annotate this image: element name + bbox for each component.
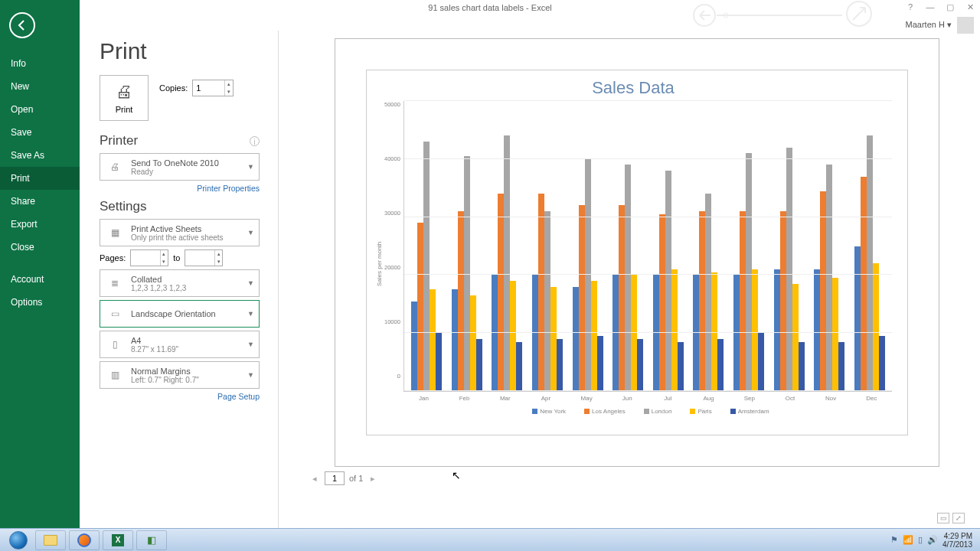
chart-frame: Sales Data Sales per month 5000040000300… [366,70,908,435]
spin-up-icon[interactable]: ▴ [225,80,233,88]
settings-heading: Settings [100,199,260,214]
page-title: Print [100,38,260,64]
prev-page-button[interactable]: ◂ [309,474,320,484]
orientation-select[interactable]: ▭ Landscape Orientation ▼ [100,300,260,328]
sidebar-item-saveas[interactable]: Save As [0,144,80,167]
page-of-label: of 1 [349,474,363,483]
printer-properties-link[interactable]: Printer Properties [197,184,260,193]
printer-status: Ready [131,168,241,176]
bar [619,205,625,391]
taskbar-explorer[interactable] [35,530,66,550]
bar [430,289,436,391]
collate-select[interactable]: ≣ Collated 1,2,3 1,2,3 1,2,3 ▼ [100,269,260,297]
bar-group [488,101,527,391]
bar [780,211,786,391]
minimize-icon[interactable]: — [920,0,940,14]
spin-down-icon[interactable]: ▾ [225,88,233,96]
y-axis-ticks: 50000400003000020000100000 [384,101,403,392]
sidebar-item-export[interactable]: Export [0,213,80,236]
margins-select[interactable]: ▥ Normal Margins Left: 0.7" Right: 0.7" … [100,361,260,389]
tray-sound-icon[interactable]: 🔊 [927,535,938,545]
bar [774,269,780,391]
sidebar-item-account[interactable]: Account [0,268,80,291]
bar [693,275,699,391]
bar [579,205,585,391]
bar [861,177,867,391]
bar [792,284,799,391]
collate-icon: ≣ [105,273,125,293]
printer-select[interactable]: 🖨 Send To OneNote 2010 Ready ▼ [100,153,260,181]
taskbar-app[interactable]: ◧ [136,530,167,550]
page-setup-link[interactable]: Page Setup [217,392,260,401]
restore-icon[interactable]: ▢ [940,0,960,14]
tray-battery-icon[interactable]: ▯ [918,535,923,545]
sidebar-item-print[interactable]: Print [0,167,80,190]
back-arrow-icon [16,19,28,31]
titlebar: 91 sales chart data labels - Excel ? — ▢… [0,0,980,15]
sidebar-item-new[interactable]: New [0,75,80,98]
sidebar-item-close[interactable]: Close [0,236,80,259]
bar [498,194,504,391]
back-button[interactable] [9,12,35,38]
bar-group [447,101,486,391]
bar [423,142,430,391]
landscape-icon: ▭ [105,304,125,324]
taskbar-excel[interactable]: X [103,530,133,550]
fit-page-icon[interactable]: ▭ [937,513,949,523]
bar-group [850,101,889,391]
copies-spinner[interactable]: ▴▾ [192,80,234,96]
bar [436,333,442,391]
next-page-button[interactable]: ▸ [368,474,378,484]
taskbar: X ◧ ⚑ 📶 ▯ 🔊 4:29 PM 4/7/2013 [0,528,980,551]
firefox-icon [77,533,91,547]
chevron-down-icon: ▼ [247,371,254,379]
pages-to-input[interactable]: ▴▾ [185,249,223,266]
printer-info-icon[interactable]: i [250,136,260,146]
bar [814,269,820,391]
tray-flag-icon[interactable]: ⚑ [890,535,898,545]
bar [538,194,544,391]
taskbar-firefox[interactable] [69,530,100,550]
close-icon[interactable]: ✕ [960,0,980,14]
bar-group [568,101,607,391]
bar-group [689,101,728,391]
help-icon[interactable]: ? [900,0,920,14]
bar [417,223,423,391]
bar-group [769,101,808,391]
chevron-down-icon: ▼ [247,163,254,171]
taskbar-clock[interactable]: 4:29 PM 4/7/2013 [942,532,975,549]
copies-input[interactable] [193,80,224,96]
current-page-input[interactable] [325,471,345,485]
bar-group [810,101,849,391]
bar [458,211,464,391]
zoom-icon[interactable]: ⤢ [952,513,965,523]
window-title: 91 sales chart data labels - Excel [428,3,551,12]
pages-from-input[interactable]: ▴▾ [130,249,168,266]
paper-size-select[interactable]: ▯ A4 8.27" x 11.69" ▼ [100,331,260,358]
bar [854,246,861,392]
chart-plot-area [403,101,892,392]
bar [411,302,417,391]
sidebar-item-open[interactable]: Open [0,98,80,121]
bar [678,342,684,391]
bar [550,287,557,391]
y-axis-label: Sales per month [374,101,384,427]
x-axis-labels: JanFebMarAprMayJunJulAugSepOctNovDec [403,392,892,402]
print-what-select[interactable]: ▦ Print Active Sheets Only print the act… [100,219,260,246]
margins-icon: ▥ [105,365,125,385]
sidebar-item-save[interactable]: Save [0,121,80,144]
bar [699,211,705,391]
start-button[interactable] [5,530,32,550]
print-button[interactable]: 🖨 Print [100,75,149,121]
sidebar-item-options[interactable]: Options [0,291,80,314]
bar [867,135,873,391]
bar [516,342,522,391]
bar [452,289,458,391]
bar [476,339,482,391]
sidebar-item-info[interactable]: Info [0,52,80,75]
backstage-sidebar: Info New Open Save Save As Print Share E… [0,0,80,528]
tray-network-icon[interactable]: 📶 [903,535,913,545]
sidebar-item-share[interactable]: Share [0,190,80,213]
bar [746,153,752,391]
print-preview-page: Sales Data Sales per month 5000040000300… [335,38,939,467]
